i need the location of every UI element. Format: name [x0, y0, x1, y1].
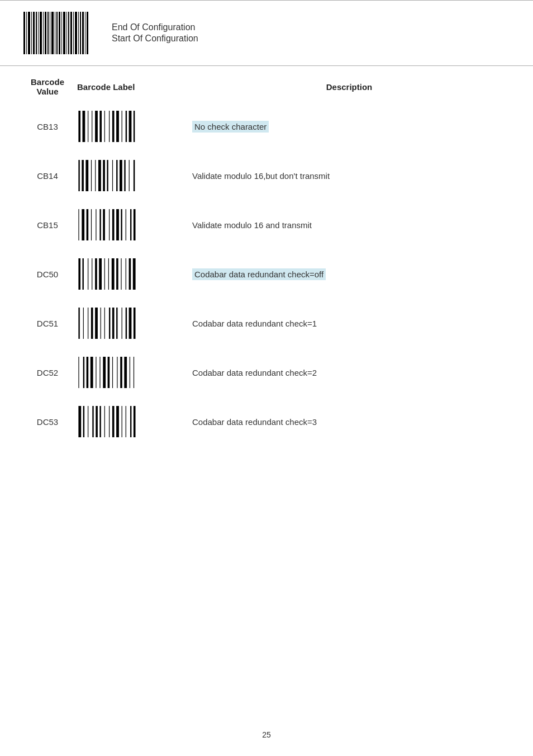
svg-rect-107 [117, 357, 117, 388]
svg-rect-17 [63, 12, 65, 54]
barcode-table: BarcodeValue Barcode Label Description C… [22, 72, 511, 446]
table-row: CB13No check character [22, 102, 511, 151]
svg-rect-77 [108, 258, 109, 290]
svg-rect-76 [104, 258, 105, 290]
svg-rect-53 [124, 160, 125, 191]
page-number: 25 [0, 730, 533, 739]
cell-description: Codabar data redundant check=1 [188, 299, 511, 348]
svg-rect-74 [95, 258, 97, 290]
svg-rect-59 [91, 209, 92, 240]
svg-rect-58 [87, 209, 89, 240]
cell-description: Codabar data redundant check=3 [188, 397, 511, 446]
svg-rect-16 [61, 12, 62, 54]
cell-barcode-value: DC50 [22, 249, 73, 299]
svg-rect-0 [23, 12, 25, 54]
svg-rect-105 [108, 357, 110, 388]
cell-barcode-value: DC51 [22, 299, 73, 348]
svg-rect-5 [36, 12, 37, 54]
svg-rect-122 [122, 406, 122, 437]
svg-rect-92 [112, 308, 115, 339]
cell-barcode-label [73, 299, 188, 348]
svg-rect-60 [96, 209, 96, 240]
svg-rect-82 [129, 258, 131, 290]
svg-rect-73 [92, 258, 92, 290]
svg-rect-38 [122, 111, 122, 142]
table-row: CB15Validate modulo 16 and transmit [22, 200, 511, 249]
svg-rect-51 [116, 160, 117, 191]
svg-rect-45 [91, 160, 92, 191]
svg-rect-29 [83, 111, 85, 142]
svg-rect-121 [116, 406, 119, 437]
svg-rect-63 [109, 209, 110, 240]
svg-rect-54 [129, 160, 130, 191]
svg-rect-123 [126, 406, 126, 437]
svg-rect-62 [103, 209, 105, 240]
svg-rect-3 [31, 12, 32, 54]
svg-rect-100 [87, 357, 89, 388]
svg-rect-96 [129, 308, 132, 339]
svg-rect-87 [91, 308, 93, 339]
svg-rect-69 [134, 209, 136, 240]
header-line1: End Of Configuration [112, 22, 198, 32]
cell-barcode-label [73, 102, 188, 151]
svg-rect-8 [43, 12, 44, 54]
table-row: DC52Codabar data redundant check=2 [22, 348, 511, 397]
svg-rect-83 [133, 258, 136, 290]
header-section: End Of Configuration Start Of Configurat… [0, 0, 533, 66]
svg-rect-9 [45, 12, 46, 54]
svg-rect-56 [78, 209, 79, 240]
svg-rect-22 [75, 12, 77, 54]
svg-rect-110 [130, 357, 130, 388]
cell-barcode-value: DC53 [22, 397, 73, 446]
svg-rect-37 [116, 111, 119, 142]
svg-rect-30 [88, 111, 88, 142]
svg-rect-120 [112, 406, 115, 437]
svg-rect-95 [126, 308, 127, 339]
svg-rect-28 [78, 111, 80, 142]
svg-rect-86 [88, 308, 88, 339]
svg-rect-75 [99, 258, 102, 290]
svg-rect-7 [40, 12, 42, 54]
svg-rect-25 [82, 12, 84, 54]
cell-description: Codabar data redundant check=off [188, 249, 511, 299]
svg-rect-13 [55, 12, 55, 54]
svg-rect-49 [107, 160, 108, 191]
svg-rect-115 [92, 406, 93, 437]
svg-rect-14 [56, 12, 58, 54]
header-barcode-image [22, 11, 89, 55]
svg-rect-81 [126, 258, 126, 290]
cell-description: Validate modulo 16 and transmit [188, 200, 511, 249]
svg-rect-118 [104, 406, 105, 437]
svg-rect-70 [78, 258, 80, 290]
svg-rect-98 [78, 357, 79, 388]
svg-rect-104 [103, 357, 106, 388]
svg-rect-78 [112, 258, 115, 290]
header-text: End Of Configuration Start Of Configurat… [112, 22, 198, 44]
svg-rect-6 [38, 12, 39, 54]
svg-rect-90 [104, 308, 105, 339]
svg-rect-2 [28, 12, 30, 54]
svg-rect-108 [120, 357, 122, 388]
svg-rect-39 [126, 111, 127, 142]
svg-rect-119 [109, 406, 110, 437]
svg-rect-34 [104, 111, 105, 142]
svg-rect-1 [26, 12, 27, 54]
svg-rect-21 [73, 12, 74, 54]
svg-rect-11 [50, 12, 50, 54]
svg-rect-125 [134, 406, 136, 437]
svg-rect-79 [116, 258, 118, 290]
cell-description: Codabar data redundant check=2 [188, 348, 511, 397]
svg-rect-31 [92, 111, 92, 142]
svg-rect-89 [101, 308, 101, 339]
cell-description: Validate modulo 16,but don't transmit [188, 151, 511, 200]
svg-rect-94 [122, 308, 122, 339]
svg-rect-46 [95, 160, 96, 191]
svg-rect-101 [91, 357, 93, 388]
cell-description: No check character [188, 102, 511, 151]
svg-rect-65 [116, 209, 119, 240]
svg-rect-113 [83, 406, 84, 437]
svg-rect-33 [99, 111, 102, 142]
svg-rect-80 [121, 258, 121, 290]
svg-rect-103 [99, 357, 100, 388]
svg-rect-35 [109, 111, 110, 142]
